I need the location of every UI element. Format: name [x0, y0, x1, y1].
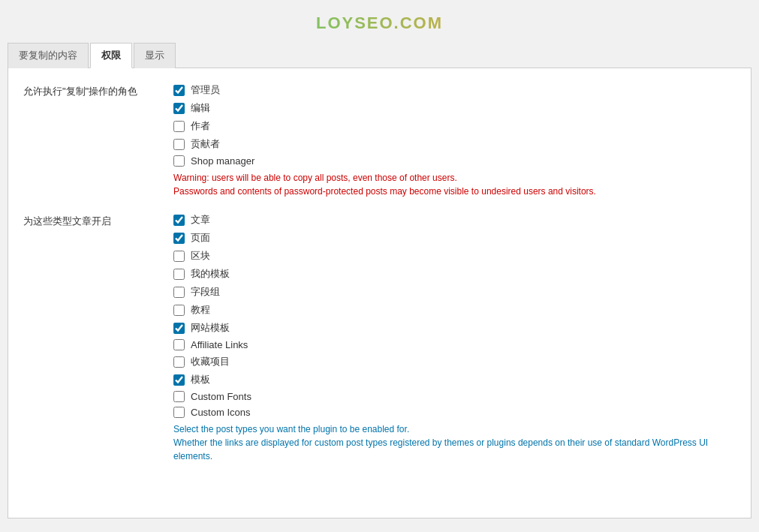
- type-page-label[interactable]: 页面: [191, 231, 210, 245]
- role-contributor-checkbox[interactable]: [173, 139, 185, 150]
- post-types-info: Select the post types you want the plugi…: [173, 422, 736, 463]
- list-item: 编辑: [173, 101, 736, 115]
- footer-area: Save changes: [8, 518, 751, 532]
- list-item: Affiliate Links: [173, 339, 736, 350]
- role-author-label[interactable]: 作者: [191, 119, 210, 133]
- roles-warning: Warning: users will be able to copy all …: [173, 171, 736, 198]
- tabs-bar: 要复制的内容 权限 显示: [8, 42, 751, 68]
- type-custom-icons-checkbox[interactable]: [173, 407, 185, 418]
- watermark: LOYSEO.COM: [8, 8, 751, 42]
- type-field-group-label[interactable]: 字段组: [191, 285, 220, 299]
- type-custom-fonts-label[interactable]: Custom Fonts: [191, 391, 251, 402]
- type-affiliate-links-label[interactable]: Affiliate Links: [191, 339, 248, 350]
- list-item: Custom Fonts: [173, 391, 736, 402]
- type-block-checkbox[interactable]: [173, 251, 185, 262]
- type-template-label[interactable]: 模板: [191, 373, 210, 386]
- list-item: 作者: [173, 119, 736, 133]
- role-admin-checkbox[interactable]: [173, 85, 185, 96]
- type-affiliate-links-checkbox[interactable]: [173, 339, 185, 350]
- list-item: 收藏项目: [173, 355, 736, 368]
- type-site-template-label[interactable]: 网站模板: [191, 321, 230, 335]
- list-item: 网站模板: [173, 321, 736, 335]
- roles-label: 允许执行"复制"操作的角色: [23, 83, 173, 198]
- type-field-group-checkbox[interactable]: [173, 287, 185, 298]
- tab-copy-content[interactable]: 要复制的内容: [8, 43, 89, 68]
- tab-permissions[interactable]: 权限: [90, 43, 132, 68]
- role-contributor-label[interactable]: 贡献者: [191, 137, 220, 151]
- list-item: 字段组: [173, 285, 736, 299]
- type-template-checkbox[interactable]: [173, 374, 185, 386]
- role-shop-manager-checkbox[interactable]: [173, 155, 185, 167]
- post-types-section: 为这些类型文章开启 文章 页面 区块 我的模板: [23, 213, 736, 463]
- type-collection-checkbox[interactable]: [173, 356, 185, 368]
- list-item: 管理员: [173, 83, 736, 97]
- role-admin-label[interactable]: 管理员: [191, 83, 220, 97]
- list-item: 我的模板: [173, 267, 736, 281]
- type-block-label[interactable]: 区块: [191, 249, 210, 263]
- list-item: 文章: [173, 213, 736, 227]
- type-custom-icons-label[interactable]: Custom Icons: [191, 407, 250, 418]
- post-types-content: 文章 页面 区块 我的模板 字段组: [173, 213, 736, 463]
- role-editor-checkbox[interactable]: [173, 103, 185, 114]
- type-page-checkbox[interactable]: [173, 233, 185, 244]
- list-item: 区块: [173, 249, 736, 263]
- list-item: 页面: [173, 231, 736, 245]
- role-author-checkbox[interactable]: [173, 121, 185, 132]
- list-item: 教程: [173, 303, 736, 317]
- type-site-template-checkbox[interactable]: [173, 323, 185, 334]
- tab-display[interactable]: 显示: [134, 43, 176, 68]
- type-post-label[interactable]: 文章: [191, 213, 210, 227]
- type-tutorial-label[interactable]: 教程: [191, 303, 210, 317]
- role-shop-manager-label[interactable]: Shop manager: [191, 155, 255, 167]
- type-collection-label[interactable]: 收藏项目: [191, 355, 230, 368]
- list-item: 贡献者: [173, 137, 736, 151]
- type-post-checkbox[interactable]: [173, 215, 185, 226]
- type-my-template-checkbox[interactable]: [173, 269, 185, 280]
- list-item: 模板: [173, 373, 736, 386]
- content-panel: 允许执行"复制"操作的角色 管理员 编辑 作者 贡献者: [8, 68, 751, 518]
- list-item: Custom Icons: [173, 407, 736, 418]
- list-item: Shop manager: [173, 155, 736, 167]
- type-tutorial-checkbox[interactable]: [173, 305, 185, 316]
- role-editor-label[interactable]: 编辑: [191, 101, 210, 115]
- post-types-label: 为这些类型文章开启: [23, 213, 173, 463]
- page-wrapper: LOYSEO.COM 要复制的内容 权限 显示 允许执行"复制"操作的角色 管理…: [0, 0, 759, 532]
- roles-content: 管理员 编辑 作者 贡献者 Shop manager: [173, 83, 736, 198]
- type-my-template-label[interactable]: 我的模板: [191, 267, 230, 281]
- roles-section: 允许执行"复制"操作的角色 管理员 编辑 作者 贡献者: [23, 83, 736, 198]
- type-custom-fonts-checkbox[interactable]: [173, 391, 185, 402]
